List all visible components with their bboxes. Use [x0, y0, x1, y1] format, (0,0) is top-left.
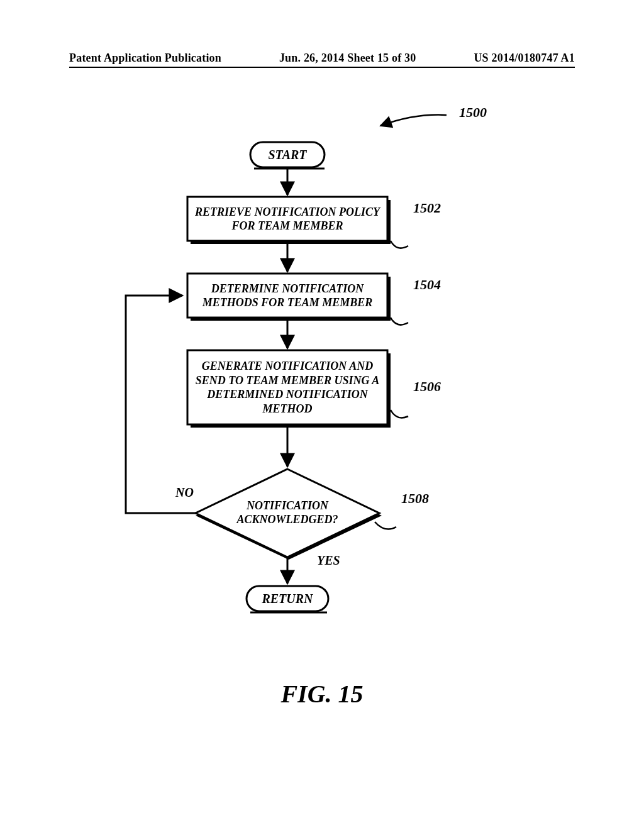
start-label: START: [268, 148, 307, 162]
box-1502-text: RETRIEVE NOTIFICATION POLICY FOR TEAM ME…: [189, 199, 386, 239]
yes-label: YES: [317, 553, 340, 567]
box-1504-text: DETERMINE NOTIFICATION METHODS FOR TEAM …: [189, 275, 386, 316]
decision-1508: NOTIFICATION ACKNOWLEDGED?: [196, 469, 382, 560]
ref-1504: 1504: [413, 277, 441, 292]
diagram-ref-arrow: 1500: [380, 104, 487, 126]
no-label: NO: [175, 485, 194, 499]
start-node: START: [250, 142, 339, 169]
box-1506-text: GENERATE NOTIFICATION AND SEND TO TEAM M…: [189, 352, 386, 423]
callout-1504: 1504: [391, 277, 441, 325]
yes-branch: YES: [287, 553, 340, 584]
return-label: RETURN: [261, 592, 314, 606]
callout-1506: 1506: [391, 379, 441, 418]
box-1502: RETRIEVE NOTIFICATION POLICY FOR TEAM ME…: [187, 197, 391, 244]
box-1506: GENERATE NOTIFICATION AND SEND TO TEAM M…: [187, 350, 391, 428]
ref-1502: 1502: [413, 200, 441, 216]
diagram-ref-number: 1500: [459, 104, 487, 120]
box-1504: DETERMINE NOTIFICATION METHODS FOR TEAM …: [187, 274, 391, 321]
decision-text: NOTIFICATION ACKNOWLEDGED?: [214, 493, 361, 533]
ref-1508: 1508: [401, 490, 429, 506]
figure-caption: FIG. 15: [0, 679, 644, 709]
callout-1508: 1508: [375, 490, 429, 529]
no-branch: NO: [126, 296, 196, 513]
ref-1506: 1506: [413, 379, 441, 394]
callout-1502: 1502: [391, 200, 441, 248]
return-node: RETURN: [247, 586, 328, 612]
